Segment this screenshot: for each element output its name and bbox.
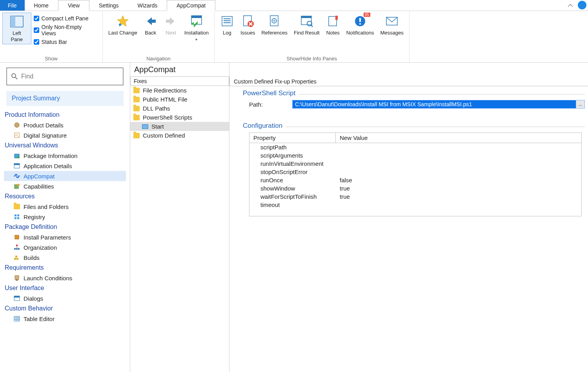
messages-button[interactable]: Messages	[377, 13, 407, 38]
last-change-button[interactable]: Last Change	[105, 13, 140, 38]
svg-line-21	[311, 25, 313, 27]
search-input-wrap[interactable]	[6, 67, 124, 85]
item-install-params[interactable]: Install Parameters	[4, 232, 126, 242]
fix-dll-paths[interactable]: DLL Paths	[130, 104, 229, 113]
config-val	[336, 151, 344, 160]
messages-label: Messages	[380, 30, 404, 36]
last-change-label: Last Change	[108, 30, 137, 36]
find-result-button[interactable]: Find Result	[291, 13, 323, 38]
svg-rect-45	[18, 248, 20, 250]
item-builds[interactable]: Builds	[4, 252, 126, 263]
next-button[interactable]: Next	[161, 13, 181, 38]
svg-point-29	[15, 123, 19, 127]
properties-pane: Custom Defined Fix-up Properties PowerSh…	[229, 63, 588, 372]
section-universal-windows[interactable]: Universal Windows	[4, 140, 126, 151]
config-row[interactable]: runOncefalse	[249, 176, 581, 184]
fix-custom-defined[interactable]: Custom Defined	[130, 131, 229, 140]
tab-file[interactable]: File	[0, 0, 25, 11]
installation-button[interactable]: Installation▾	[181, 13, 212, 44]
item-registry[interactable]: Registry	[4, 212, 126, 222]
path-input[interactable]	[293, 100, 576, 108]
fix-public-html[interactable]: Public HTML File	[130, 95, 229, 104]
svg-rect-24	[359, 18, 361, 22]
item-launch-conditions[interactable]: Launch Conditions	[4, 273, 126, 283]
references-button[interactable]: References	[258, 13, 290, 38]
log-icon	[220, 14, 234, 28]
collapse-ribbon-icon[interactable]	[564, 0, 576, 11]
group-panes-label: Show/Hide Info Panes	[217, 55, 407, 62]
dialogs-icon	[13, 295, 20, 302]
section-resources[interactable]: Resources	[4, 191, 126, 201]
check-status-bar[interactable]: Status Bar	[31, 38, 100, 46]
config-row[interactable]: stopOnScriptError	[249, 168, 581, 176]
notif-count-badge: 85	[364, 13, 370, 17]
browse-button[interactable]: ...	[576, 100, 584, 108]
item-capabilities[interactable]: Capabilities	[4, 181, 126, 191]
item-digital-signature[interactable]: Digital Signature	[4, 130, 126, 140]
svg-rect-51	[15, 276, 19, 279]
notes-button[interactable]: Notes	[323, 13, 343, 38]
tab-view[interactable]: View	[58, 0, 89, 11]
issues-button[interactable]: Issues	[237, 13, 259, 38]
properties-header: Custom Defined Fix-up Properties	[229, 77, 588, 86]
col-new-value: New Value	[336, 133, 371, 143]
section-user-interface[interactable]: User Interface	[4, 283, 126, 293]
fix-start[interactable]: Start	[130, 122, 229, 131]
config-prop: runInVirtualEnvironment	[249, 160, 336, 168]
project-summary[interactable]: Project Summary	[6, 91, 124, 106]
section-product-info[interactable]: Product Information	[4, 110, 126, 120]
item-appcompat[interactable]: AppCompat	[4, 171, 126, 181]
left-pane-button[interactable]: Left Pane	[2, 13, 31, 44]
section-package-def[interactable]: Package Definition	[4, 222, 126, 232]
path-label: Path:	[249, 101, 286, 108]
item-table-editor[interactable]: Table Editor	[4, 314, 126, 324]
config-val: true	[336, 184, 354, 192]
fix-file-redirections[interactable]: File Redirections	[130, 86, 229, 95]
box-icon	[13, 122, 20, 129]
svg-point-25	[359, 23, 361, 25]
item-dialogs[interactable]: Dialogs	[4, 293, 126, 303]
config-row[interactable]: scriptArguments	[249, 151, 581, 160]
config-prop: stopOnScriptError	[249, 168, 336, 176]
item-product-details[interactable]: Product Details	[4, 120, 126, 130]
ribbon: Left Pane Compact Left Pane Only Non-Emp…	[0, 11, 588, 63]
table-icon	[13, 315, 20, 322]
check-compact-left-pane[interactable]: Compact Left Pane	[31, 14, 100, 23]
tab-wizards[interactable]: Wizards	[128, 0, 167, 11]
fix-powershell-scripts[interactable]: PowerShell Scripts	[130, 113, 229, 122]
config-prop: scriptArguments	[249, 151, 336, 160]
config-row[interactable]: waitForScriptToFinishtrue	[249, 192, 581, 201]
svg-line-28	[15, 77, 17, 79]
search-input[interactable]	[21, 73, 119, 80]
config-row[interactable]: showWindowtrue	[249, 184, 581, 192]
item-package-info[interactable]: Package Information	[4, 151, 126, 161]
item-organization[interactable]: Organization	[4, 242, 126, 252]
fixes-title: AppCompat	[130, 63, 229, 76]
folder-icon	[13, 203, 20, 210]
check-only-non-empty[interactable]: Only Non-Empty Views	[31, 23, 100, 38]
svg-rect-37	[15, 214, 16, 216]
back-button[interactable]: Back	[140, 13, 161, 38]
notifications-button[interactable]: 85 Notifications	[343, 13, 377, 38]
left-pane-icon	[10, 15, 24, 29]
fieldset-configuration: Configuration Property New Value scriptP…	[243, 127, 585, 227]
arrow-right-icon	[164, 14, 178, 28]
svg-rect-30	[15, 133, 19, 138]
config-row[interactable]: scriptPath	[249, 143, 581, 151]
svg-rect-5	[191, 16, 202, 18]
section-custom-behavior[interactable]: Custom Behavior	[4, 303, 126, 314]
config-prop: showWindow	[249, 184, 336, 192]
config-val: true	[336, 192, 354, 201]
help-badge-icon[interactable]	[578, 1, 586, 9]
log-button[interactable]: Log	[217, 13, 237, 38]
tab-appcompat[interactable]: AppCompat	[167, 0, 215, 11]
tab-settings[interactable]: Settings	[89, 0, 128, 11]
section-requirements[interactable]: Requirements	[4, 263, 126, 273]
config-row[interactable]: runInVirtualEnvironment	[249, 160, 581, 168]
menu-tabs: File Home View Settings Wizards AppCompa…	[0, 0, 588, 11]
tab-home[interactable]: Home	[25, 0, 58, 11]
item-files-folders[interactable]: Files and Folders	[4, 201, 126, 212]
svg-rect-49	[16, 258, 18, 260]
item-application-details[interactable]: Application Details	[4, 161, 126, 171]
config-row[interactable]: timeout	[249, 201, 581, 209]
